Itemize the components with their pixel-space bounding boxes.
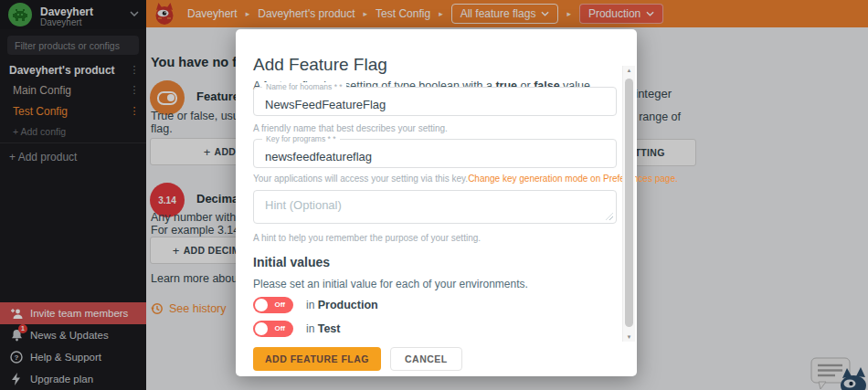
toggle-state-label: Off xyxy=(274,300,285,309)
test-toggle[interactable]: Off xyxy=(253,321,293,337)
key-field-helper: Your applications will access your setti… xyxy=(253,174,468,184)
name-field-helper: A friendly name that best describes your… xyxy=(253,123,448,133)
env-label: in Test xyxy=(306,322,340,335)
production-toggle[interactable]: Off xyxy=(253,297,293,313)
initial-values-heading: Initial values xyxy=(253,255,330,269)
cancel-button[interactable]: CANCEL xyxy=(390,347,462,371)
name-field-label: Name for hoomans * * xyxy=(262,82,346,91)
name-field: Name for hoomans * * xyxy=(253,87,617,116)
add-feature-flag-modal: Add Feature Flag A feature flag is a set… xyxy=(236,29,637,376)
key-generation-link[interactable]: Change key generation mode on Preference… xyxy=(468,174,678,184)
toggle-state-label: Off xyxy=(274,324,285,332)
modal-title: Add Feature Flag xyxy=(253,55,387,75)
add-feature-flag-submit-button[interactable]: ADD FEATURE FLAG xyxy=(253,347,381,371)
hint-field xyxy=(253,190,617,224)
env-label: in Production xyxy=(306,299,378,311)
initial-values-subtitle: Please set an initial value for each of … xyxy=(253,278,528,290)
key-helper-row: Your applications will access your setti… xyxy=(253,174,617,184)
scrollbar-thumb[interactable] xyxy=(625,79,633,327)
modal-scrollbar: ▲ ▼ xyxy=(622,66,635,342)
key-field: Key for programs * * xyxy=(253,139,617,168)
key-field-label: Key for programs * * xyxy=(262,134,340,143)
hint-field-helper: A hint to help you remember the purpose … xyxy=(253,233,481,243)
scroll-down-icon[interactable]: ▼ xyxy=(623,334,635,340)
env-toggle-row-test: Off in Test xyxy=(253,321,340,337)
toggle-knob xyxy=(255,299,268,311)
toggle-knob xyxy=(255,322,268,335)
scroll-up-icon[interactable]: ▲ xyxy=(623,68,635,73)
hint-textarea[interactable] xyxy=(253,190,617,224)
modal-actions: ADD FEATURE FLAG CANCEL xyxy=(253,347,462,371)
env-toggle-row-production: Off in Production xyxy=(253,297,378,313)
app-root: Daveyhert Daveyhert Daveyhert's product … xyxy=(0,0,868,390)
